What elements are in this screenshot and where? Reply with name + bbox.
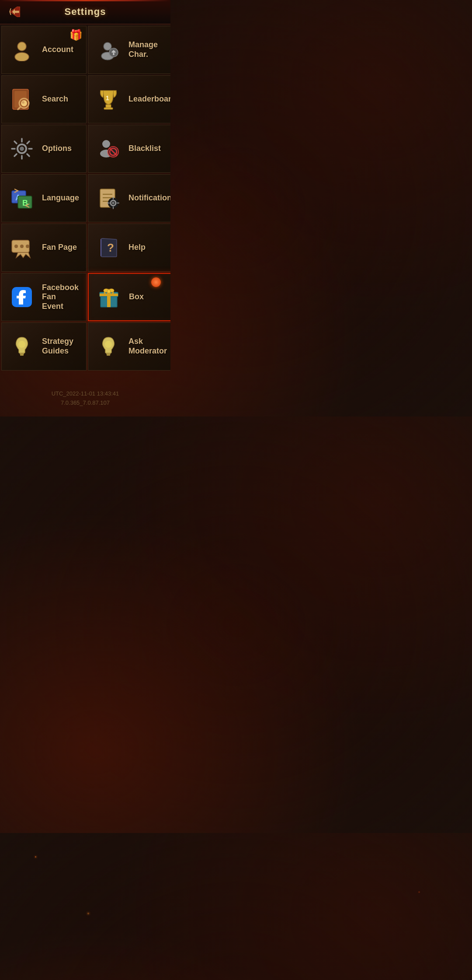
leaderboard-item[interactable]: 1 Leaderboard [88,75,170,123]
version-line1: UTC_2022-11-01 13:43:41 [9,389,162,399]
language-icon: A B [9,185,35,211]
svg-point-41 [112,202,115,204]
facebook-fan-event-label: Facebook Fan Event [42,283,79,312]
leaderboard-icon: 1 [95,86,121,112]
search-label: Search [42,94,68,104]
facebook-fan-event-item[interactable]: Facebook Fan Event [1,273,87,321]
account-label: Account [42,45,73,55]
strategy-guides-item[interactable]: Strategy Guides [1,322,87,371]
manage-char-label: Manage Char. [128,40,170,59]
page-title: Settings [65,6,106,18]
ask-moderator-icon [95,333,121,360]
svg-point-59 [107,290,111,293]
help-item[interactable]: ? Help [88,224,170,272]
svg-rect-64 [107,354,110,356]
options-label: Options [42,144,72,154]
svg-point-17 [20,147,24,151]
svg-rect-63 [106,353,111,354]
box-icon [96,284,122,310]
back-button[interactable]: ⟨ [5,4,24,20]
notifications-item[interactable]: Notifications [88,174,170,222]
blacklist-label: Blacklist [128,144,161,154]
account-item[interactable]: 🎁 Account [1,26,87,74]
options-item[interactable]: Options [1,125,87,173]
settings-grid: 🎁 Account Manage Char. [0,24,170,372]
notification-dot [151,277,161,287]
manage-char-icon [95,37,121,63]
search-icon [9,86,35,112]
version-line2: 7.0.365_7.0.87.107 [9,399,162,408]
strategy-guides-icon [9,333,35,360]
svg-line-25 [14,154,17,156]
box-label: Box [129,292,144,302]
svg-rect-61 [20,354,24,356]
fan-page-icon [9,234,35,261]
ask-moderator-label: Ask Moderator [128,337,170,356]
search-item[interactable]: Search [1,75,87,123]
svg-point-62 [18,341,25,348]
svg-line-23 [27,154,29,156]
facebook-icon [9,284,35,310]
strategy-guides-label: Strategy Guides [42,337,79,356]
gift-badge: 🎁 [69,29,83,41]
options-icon [9,136,35,162]
svg-rect-14 [104,108,113,109]
svg-text:1: 1 [106,94,109,102]
svg-point-47 [14,245,18,248]
svg-point-2 [15,52,29,61]
fan-page-label: Fan Page [42,243,77,252]
version-info: UTC_2022-11-01 13:43:41 7.0.365_7.0.87.1… [0,372,170,416]
svg-point-48 [20,245,24,248]
svg-point-26 [102,140,110,148]
svg-point-49 [26,245,29,248]
manage-char-item[interactable]: Manage Char. [88,26,170,74]
account-icon [9,37,35,63]
svg-point-3 [104,42,111,50]
svg-line-22 [14,141,17,144]
fan-page-item[interactable]: Fan Page [1,224,87,272]
help-label: Help [128,243,146,252]
blacklist-icon [95,136,121,162]
box-item[interactable]: Box [88,273,170,321]
notifications-icon [95,185,121,211]
help-icon: ? [95,234,121,261]
svg-text:?: ? [107,241,114,254]
notifications-label: Notifications [128,193,170,203]
svg-rect-60 [20,353,24,354]
ask-moderator-item[interactable]: Ask Moderator [88,322,170,371]
language-item[interactable]: A B Language [1,174,87,222]
blacklist-item[interactable]: Blacklist [88,125,170,173]
svg-point-1 [17,42,26,51]
svg-line-24 [27,141,29,144]
svg-point-11 [22,101,24,104]
settings-header: ⟨ Settings [0,0,170,24]
svg-point-65 [105,341,112,348]
svg-text:⟨: ⟨ [9,7,11,15]
svg-point-6 [113,53,115,55]
language-label: Language [42,193,79,203]
leaderboard-label: Leaderboard [128,94,170,104]
